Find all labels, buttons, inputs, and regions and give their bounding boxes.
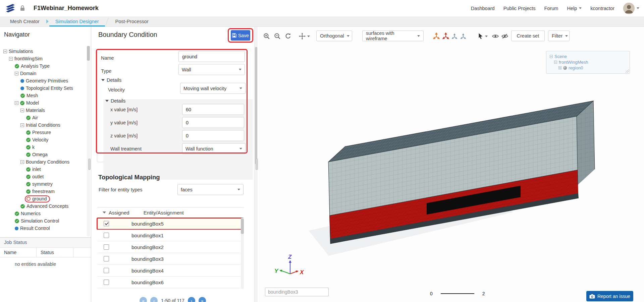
tree-item-air[interactable]: Air: [0, 114, 86, 121]
details-header[interactable]: Details: [101, 77, 121, 83]
chevron-down-icon[interactable]: [485, 36, 488, 37]
report-issue-button[interactable]: Report an issue: [586, 291, 633, 301]
sort-descending-icon[interactable]: [103, 212, 106, 214]
username[interactable]: kcontractor: [590, 6, 614, 11]
scrollbar-thumb[interactable]: [255, 47, 257, 164]
collapse-icon[interactable]: [550, 55, 553, 58]
assignment-checkbox[interactable]: [104, 244, 109, 250]
tree-item-velocity[interactable]: Velocity: [0, 136, 86, 143]
tree-item-result-control[interactable]: Result Control: [0, 225, 86, 232]
velocity-select[interactable]: Moving wall velocity: [180, 83, 246, 94]
entity-search-input[interactable]: [265, 288, 329, 296]
scrollbar-thumb[interactable]: [241, 219, 244, 234]
zoom-out-icon[interactable]: [274, 33, 281, 40]
scene-tree-item-scene[interactable]: Scene: [550, 54, 627, 59]
navigator-scrollbar[interactable]: [87, 46, 90, 236]
tree-item-geometry-primitives[interactable]: Geometry Primitives: [0, 77, 86, 84]
first-page-button[interactable]: [140, 297, 147, 302]
axis-tool-icon[interactable]: [451, 34, 458, 40]
rotate-center-tool-icon[interactable]: [433, 33, 440, 40]
create-set-button[interactable]: Create set: [511, 31, 545, 41]
collapse-icon[interactable]: [9, 57, 13, 61]
tree-item-topological-entity-sets[interactable]: Topological Entity Sets: [0, 84, 86, 92]
tree-item-omega[interactable]: Omega: [0, 151, 86, 158]
tree-item-initial-conditions[interactable]: Initial Conditions: [0, 121, 86, 129]
tree-item-inlet[interactable]: inlet: [0, 166, 86, 173]
chevron-down-icon[interactable]: [307, 36, 310, 37]
tree-item-materials[interactable]: Materials: [0, 107, 86, 114]
mesh-3d-view[interactable]: Z X Y: [258, 43, 644, 302]
z-value-input[interactable]: [182, 130, 244, 141]
tree-item-numerics[interactable]: Numerics: [0, 210, 86, 217]
hide-entities-eye-icon[interactable]: [501, 33, 508, 40]
scrollbar-thumb[interactable]: [87, 46, 90, 61]
tree-item-simulations[interactable]: Simulations: [0, 48, 86, 55]
type-select[interactable]: Wall: [178, 64, 245, 75]
tree-item-mesh[interactable]: Mesh: [0, 92, 86, 99]
name-input[interactable]: [178, 51, 245, 62]
assignment-row-boundingBox1[interactable]: boundingBox1: [97, 230, 241, 241]
assignment-row-boundingBox4[interactable]: boundingBox4: [97, 265, 241, 277]
mirror-tool-icon[interactable]: [460, 34, 466, 40]
filter-button[interactable]: Filter: [548, 31, 570, 41]
inner-details-header[interactable]: Details: [105, 98, 125, 104]
select-cursor-icon[interactable]: [477, 33, 484, 40]
tree-item-simulation-control[interactable]: Simulation Control: [0, 217, 86, 225]
refresh-view-icon[interactable]: [284, 33, 292, 40]
collapse-icon[interactable]: [15, 72, 18, 75]
tree-item-boundary-conditions[interactable]: Boundary Conditions: [0, 158, 86, 166]
collapse-icon[interactable]: [20, 160, 24, 164]
assignment-checkbox[interactable]: [104, 233, 109, 238]
expand-icon[interactable]: [558, 66, 561, 69]
tab-mesh-creator[interactable]: Mesh Creator: [4, 16, 46, 26]
tree-item-model[interactable]: Model: [0, 99, 86, 107]
entity-filter-select[interactable]: faces: [177, 184, 244, 195]
wall-treatment-select[interactable]: Wall function: [182, 143, 246, 154]
assignment-row-boundingBox2[interactable]: boundingBox2: [97, 241, 241, 253]
tab-simulation-designer[interactable]: Simulation Designer: [49, 16, 105, 26]
save-button[interactable]: Save: [231, 30, 250, 41]
tree-item-symmetry[interactable]: symmetry: [0, 180, 86, 188]
tree-item-ground[interactable]: ground: [0, 195, 86, 202]
tree-item-frontwingsim[interactable]: frontWingSim: [0, 55, 86, 62]
nav-public-projects[interactable]: Public Projects: [503, 6, 536, 11]
assignment-row-boundingBox5[interactable]: boundingBox5: [97, 218, 241, 230]
tab-post-processor[interactable]: Post-Processor: [109, 16, 155, 26]
tree-item-k[interactable]: k: [0, 143, 86, 151]
render-mode-button[interactable]: surfaces with wireframe: [362, 31, 424, 41]
collapse-icon[interactable]: [554, 61, 557, 64]
tree-item-pressure[interactable]: Pressure: [0, 129, 86, 136]
tree-item-domain[interactable]: Domain: [0, 70, 86, 77]
last-page-button[interactable]: [199, 297, 206, 302]
entity-column-header[interactable]: Entity/Assignment: [144, 210, 184, 216]
nav-help[interactable]: Help: [567, 6, 582, 11]
assignment-row-boundingBox6[interactable]: boundingBox6: [97, 277, 241, 288]
collapse-icon[interactable]: [20, 109, 24, 112]
splitter-handle-right[interactable]: [256, 159, 258, 170]
nav-forum[interactable]: Forum: [544, 6, 558, 11]
scene-tree-item-frontwingmesh[interactable]: frontWingMesh: [550, 59, 627, 65]
scene-tree-item-region0[interactable]: region0: [550, 65, 627, 71]
user-menu[interactable]: [623, 3, 639, 14]
tree-item-advanced-concepts[interactable]: Advanced Concepts: [0, 202, 86, 210]
x-value-input[interactable]: [182, 104, 244, 115]
assignment-row-boundingBox3[interactable]: boundingBox3: [97, 253, 241, 265]
avatar[interactable]: [623, 3, 635, 14]
assignment-checkbox[interactable]: [104, 268, 109, 273]
clip-plane-tool-icon[interactable]: [442, 33, 449, 40]
splitter-handle-left[interactable]: [88, 159, 91, 170]
tree-item-analysis-type[interactable]: Analysis Type: [0, 62, 86, 70]
previous-page-button[interactable]: [150, 297, 158, 302]
assignment-checkbox[interactable]: [104, 256, 109, 261]
assignment-checkbox[interactable]: [104, 221, 109, 226]
assignment-checkbox[interactable]: [104, 280, 109, 285]
nav-dashboard[interactable]: Dashboard: [471, 6, 495, 11]
zoom-in-icon[interactable]: [263, 33, 270, 40]
simscale-logo[interactable]: [5, 3, 16, 14]
resize-handle[interactable]: [626, 69, 629, 73]
tree-item-freestream[interactable]: freestream: [0, 188, 86, 195]
assigned-column-header[interactable]: Assigned: [109, 210, 129, 216]
pan-tool-icon[interactable]: [299, 33, 306, 40]
collapse-icon[interactable]: [20, 123, 24, 127]
show-entities-eye-icon[interactable]: [492, 33, 499, 40]
